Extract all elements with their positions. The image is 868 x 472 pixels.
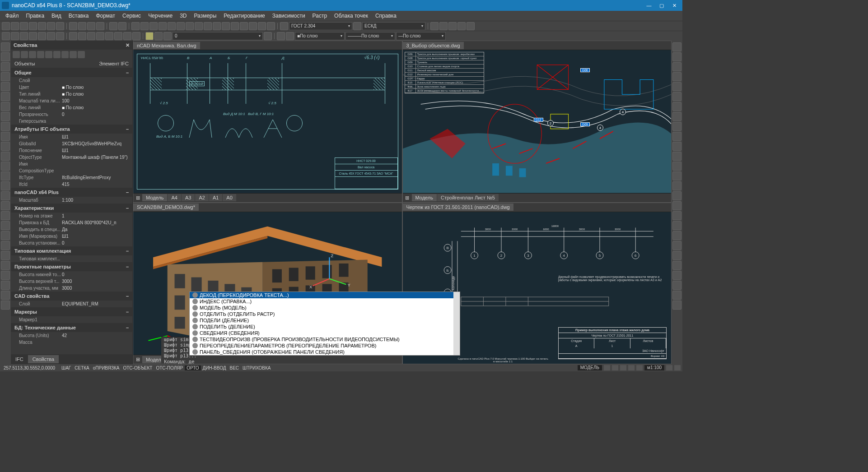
layer-combo[interactable]: 0▾ (173, 32, 263, 40)
fillet-icon[interactable] (258, 22, 266, 30)
tab-properties[interactable]: Свойства (28, 355, 59, 363)
pt-pick-icon[interactable] (13, 51, 20, 58)
property-row[interactable]: ObjectTypeМонтажный шкаф (Панели 19") (11, 154, 132, 161)
menu-dimensions[interactable]: Размеры (190, 12, 220, 20)
spline-icon[interactable] (1, 102, 10, 111)
open-icon[interactable] (11, 22, 19, 30)
property-row[interactable]: ИмяШ1 (11, 134, 132, 140)
tb2l-icon[interactable] (105, 32, 113, 40)
status-toggle-сетка[interactable]: СЕТКА (73, 366, 91, 370)
menu-help[interactable]: Справка (372, 12, 400, 20)
layer-sun-icon[interactable] (154, 32, 163, 40)
pt-info-icon[interactable] (29, 51, 36, 58)
dimstyle-combo[interactable]: ЕСКД▾ (362, 22, 425, 30)
array-icon[interactable] (168, 22, 176, 30)
autocomplete-item[interactable]: ДЕКОД (ПЕРЕКОДИРОВКА ТЕКСТА...) (190, 292, 460, 298)
snap-par-icon[interactable] (672, 251, 681, 260)
snap-ext-icon[interactable] (672, 191, 681, 200)
rectangle-icon[interactable] (1, 62, 10, 71)
extra5-icon[interactable] (467, 22, 475, 30)
property-row[interactable]: Высота верхней т...3000 (11, 278, 132, 285)
snap-node-icon[interactable] (672, 162, 681, 171)
autocomplete-item[interactable]: ПОДЕЛИ (ДЕЛЕНИЕ) (190, 317, 460, 324)
property-row[interactable]: Имя (11, 161, 132, 167)
property-row[interactable]: IfcId415 (11, 181, 132, 188)
linetype-combo[interactable]: ——— По слою▾ (345, 32, 395, 40)
doc-tab-scan2bim[interactable]: SCAN2BIM_DEMO3.dwg* (133, 204, 199, 211)
snap-int-icon[interactable] (672, 181, 681, 190)
property-row[interactable]: Вес линийПо слою (11, 104, 132, 111)
copyobj-icon[interactable] (140, 22, 149, 30)
dim-angular-icon[interactable] (672, 62, 681, 71)
snap-perp-icon[interactable] (672, 211, 681, 220)
menu-3d[interactable]: 3D (176, 12, 190, 20)
doc-tab-gost[interactable]: Чертеж из ГОСТ 21.501-2011 (nanoCAD).dwg (403, 204, 513, 211)
pt-app1-icon[interactable] (70, 51, 77, 58)
tb2o-icon[interactable] (132, 32, 140, 40)
property-row[interactable]: Прозрачность0 (11, 111, 132, 118)
property-group-header[interactable]: CAD свойства– (11, 292, 132, 301)
tb2j-icon[interactable] (87, 32, 95, 40)
save-icon[interactable] (20, 22, 28, 30)
status-toggle-орто[interactable]: ОРТО (185, 366, 201, 370)
revcloud-icon[interactable] (1, 211, 10, 220)
autocomplete-item[interactable]: ОТДЕЛИТЬ (ОТДЕЛИТЬ РАСТР) (190, 311, 460, 317)
property-row[interactable]: ПояснениеШ1 (11, 147, 132, 154)
layout-tab-a4[interactable]: A4 (168, 194, 181, 201)
flag2-icon[interactable] (353, 22, 361, 30)
autocomplete-item[interactable]: СВЕДЕНИЯ (СВЕДЕНИЯ) (190, 330, 460, 336)
properties-body[interactable]: Общие–СлойЦветПо слоюТип линийПо слоюМас… (11, 68, 132, 354)
pt-folder-icon[interactable] (61, 51, 69, 58)
property-group-header[interactable]: Типовая комплектация– (11, 246, 132, 255)
pt-pin-icon[interactable] (53, 51, 61, 58)
divide-icon[interactable] (1, 142, 10, 151)
menu-view[interactable]: Вид (48, 12, 65, 20)
property-row[interactable]: Привязка к БДRACKLAN 800*800*42U_п (11, 219, 132, 226)
autocomplete-item[interactable]: ПАНЕЛЬ_СВЕДЕНИЯ (ОТОБРАЖЕНИЕ ПАНЕЛИ СВЕД… (190, 349, 460, 355)
extra3-icon[interactable] (448, 22, 457, 30)
circle-icon[interactable] (1, 72, 10, 81)
property-row[interactable]: Маркер1 (11, 316, 132, 323)
layout-tab-plan[interactable]: Стройгенплан Лист №5 (437, 194, 499, 201)
snap-endpoint-icon[interactable] (672, 132, 681, 141)
status-toggle-вес[interactable]: ВЕС (228, 366, 241, 370)
break-icon[interactable] (231, 22, 239, 30)
print-icon[interactable] (38, 22, 46, 30)
autocomplete-item[interactable]: МОДЕЛЬ (МОДЕЛЬ) (190, 305, 460, 311)
property-row[interactable]: Имя (Маркировка)Ш1 (11, 233, 132, 240)
property-row[interactable]: ЦветПо слою (11, 84, 132, 91)
layout-tab-a1[interactable]: A1 (209, 194, 222, 201)
pt-calc-icon[interactable] (45, 51, 52, 58)
rotate-icon[interactable] (186, 22, 194, 30)
block-icon[interactable] (1, 181, 10, 190)
flag-icon[interactable] (280, 22, 288, 30)
tb2a-icon[interactable] (2, 32, 10, 40)
layout-tab-a3[interactable]: A3 (182, 194, 195, 201)
menu-service[interactable]: Сервис (119, 12, 145, 20)
menu-pointclouds[interactable]: Облака точек (331, 12, 372, 20)
autocomplete-item[interactable]: ПОДЕЛИТЬ (ДЕЛЕНИЕ) (190, 324, 460, 330)
drawing-canvas-mechanics[interactable]: ННСТ 029.00 В A Б Г Д √6.3 (√) (133, 50, 402, 193)
status-coords[interactable]: 257.5113,30.5552,0.0000 (2, 366, 57, 370)
autocomplete-item[interactable]: ПЕРЕОПРЕДЕЛЕНИЕПАРАМЕТРОВ (ПЕРЕОПРЕДЕЛЕН… (190, 342, 460, 349)
redo-icon[interactable] (118, 22, 126, 30)
snap-none-icon[interactable] (672, 261, 681, 270)
doc-tab-selection[interactable]: 3_Выбор объектов.dwg (403, 42, 464, 49)
line-icon[interactable] (1, 42, 10, 51)
snap-app-icon[interactable] (672, 241, 681, 250)
erase-icon[interactable] (131, 22, 140, 30)
status-toggle-отс-поляр[interactable]: ОТС-ПОЛЯР (154, 366, 185, 370)
dim-radius-icon[interactable] (672, 72, 681, 81)
arc-icon[interactable] (1, 82, 10, 91)
status-lock-icon[interactable] (604, 365, 610, 370)
autocomplete-popup[interactable]: ДЕКОД (ПЕРЕКОДИРОВКА ТЕКСТА...)ИНДЕКС (С… (189, 292, 460, 356)
trim-icon[interactable] (213, 22, 221, 30)
menu-file[interactable]: Файл (2, 12, 23, 20)
ray-icon[interactable] (1, 221, 10, 230)
menu-insert[interactable]: Вставка (65, 12, 93, 20)
extra4-icon[interactable] (457, 22, 466, 30)
menu-edit[interactable]: Правка (23, 12, 48, 20)
tb2f-icon[interactable] (47, 32, 55, 40)
wipeout-icon[interactable] (1, 201, 10, 210)
cut-icon[interactable] (69, 22, 77, 30)
